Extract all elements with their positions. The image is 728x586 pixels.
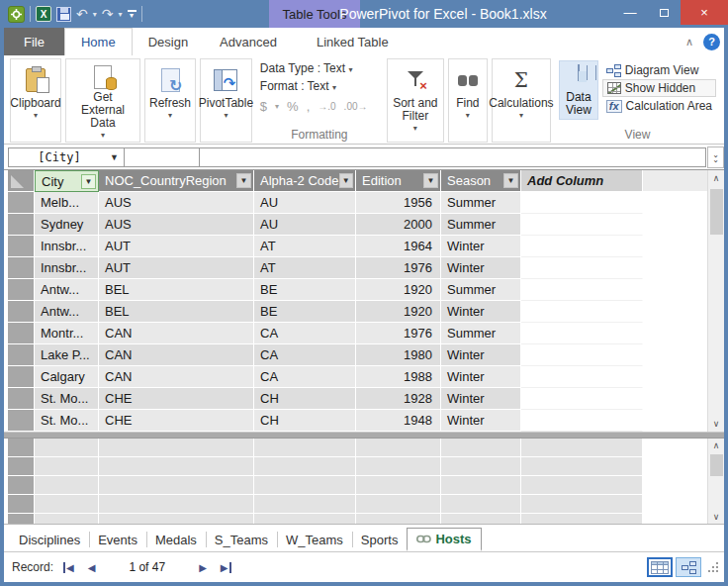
grid-cell[interactable]: 1976 <box>356 257 441 279</box>
sheet-tab-disciplines[interactable]: Disciplines <box>10 528 89 551</box>
add-column-cell[interactable] <box>521 366 643 388</box>
calc-cell[interactable] <box>521 439 643 457</box>
calc-cell[interactable] <box>35 495 99 514</box>
calc-cell[interactable] <box>99 514 254 524</box>
grid-cell[interactable]: Montr... <box>35 323 99 344</box>
add-column-cell[interactable] <box>521 279 643 301</box>
calc-cell[interactable] <box>441 476 521 495</box>
column-header-add-column[interactable]: Add Column <box>521 170 643 192</box>
clipboard-button[interactable]: Clipboard ▾ <box>10 58 61 143</box>
calc-cell[interactable] <box>356 439 441 457</box>
grid-cell[interactable]: AT <box>254 236 356 257</box>
column-header-city[interactable]: City▼ <box>35 170 99 192</box>
grid-cell[interactable]: Winter <box>441 410 521 432</box>
grid-cell[interactable]: Melb... <box>35 192 99 214</box>
calc-cell[interactable] <box>356 476 441 495</box>
customize-qat-icon[interactable]: ▾ <box>128 10 136 19</box>
grid-cell[interactable]: 2000 <box>356 214 441 236</box>
scroll-down-icon[interactable]: ∨ <box>713 416 720 432</box>
grid-cell[interactable]: CHE <box>99 388 254 410</box>
next-record-icon[interactable]: ▶ <box>199 562 207 573</box>
scroll-down-icon[interactable]: ∨ <box>713 510 720 524</box>
grid-cell[interactable]: CH <box>254 410 356 432</box>
filter-dropdown-icon[interactable]: ▼ <box>81 174 96 189</box>
ribbon-tab-file[interactable]: File <box>4 28 64 55</box>
grid-cell[interactable]: BE <box>254 279 356 301</box>
calculation-area-button[interactable]: fx Calculation Area <box>602 98 716 114</box>
calc-cell[interactable] <box>254 476 356 495</box>
grid-cell[interactable]: Innsbr... <box>35 257 99 279</box>
grid-cell[interactable]: Summer <box>441 279 521 301</box>
filter-dropdown-icon[interactable]: ▼ <box>503 173 518 188</box>
grid-cell[interactable]: Lake P... <box>35 344 99 366</box>
calc-cell[interactable] <box>356 495 441 514</box>
grid-cell[interactable]: Winter <box>441 388 521 410</box>
row-selector[interactable] <box>8 495 35 514</box>
grid-cell[interactable]: CA <box>254 344 356 366</box>
sheet-tab-w_teams[interactable]: W_Teams <box>277 528 352 551</box>
collapse-ribbon-icon[interactable]: ∧ <box>685 36 693 49</box>
help-icon[interactable]: ? <box>703 34 720 50</box>
grid-cell[interactable]: St. Mo... <box>35 410 99 432</box>
grid-cell[interactable]: CAN <box>99 366 254 388</box>
row-selector[interactable] <box>8 214 35 236</box>
row-selector[interactable] <box>8 257 35 279</box>
grid-cell[interactable]: Innsbr... <box>35 236 99 257</box>
grid-cell[interactable]: St. Mo... <box>35 388 99 410</box>
formula-input[interactable] <box>200 147 706 167</box>
calc-cell[interactable] <box>441 514 521 524</box>
calculation-area-splitter[interactable] <box>4 432 724 439</box>
undo-icon[interactable]: ↶ <box>76 7 88 21</box>
add-column-cell[interactable] <box>521 344 643 366</box>
filter-dropdown-icon[interactable]: ▼ <box>423 173 438 188</box>
add-column-cell[interactable] <box>521 388 643 410</box>
add-column-cell[interactable] <box>521 410 643 432</box>
resize-grip[interactable] <box>708 562 718 572</box>
grid-cell[interactable]: Winter <box>441 257 521 279</box>
row-selector[interactable] <box>8 344 35 366</box>
sheet-tab-sports[interactable]: Sports <box>352 528 408 551</box>
grid-cell[interactable]: AU <box>254 214 356 236</box>
sheet-tab-events[interactable]: Events <box>89 528 146 551</box>
grid-cell[interactable]: Calgary <box>35 366 99 388</box>
sheet-tab-hosts[interactable]: Hosts <box>407 528 481 551</box>
grid-cell[interactable]: AUS <box>99 214 254 236</box>
sheet-tab-medals[interactable]: Medals <box>146 528 206 551</box>
grid-view-button[interactable] <box>647 557 673 577</box>
grid-cell[interactable]: Winter <box>441 344 521 366</box>
get-external-data-button[interactable]: Get External Data ▾ <box>65 58 140 143</box>
calc-cell[interactable] <box>254 495 356 514</box>
grid-cell[interactable]: Winter <box>441 366 521 388</box>
data-view-button[interactable]: Data View <box>559 60 598 120</box>
grid-cell[interactable]: AU <box>254 192 356 214</box>
ribbon-tab-home[interactable]: Home <box>64 28 133 55</box>
calculations-button[interactable]: Σ Calculations ▾ <box>492 58 551 143</box>
scroll-up-icon[interactable]: ∧ <box>713 439 720 452</box>
ribbon-tab-advanced[interactable]: Advanced <box>204 28 293 55</box>
calc-cell[interactable] <box>99 476 254 495</box>
grid-cell[interactable]: CAN <box>99 323 254 344</box>
calc-cell[interactable] <box>356 457 441 476</box>
grid-cell[interactable]: 1980 <box>356 344 441 366</box>
grid-cell[interactable]: Summer <box>441 192 521 214</box>
calc-cell[interactable] <box>35 514 99 524</box>
row-selector[interactable] <box>8 476 35 495</box>
column-name-combobox[interactable]: [City] ▼ <box>8 147 125 167</box>
calc-cell[interactable] <box>521 514 643 524</box>
format-dropdown[interactable]: Format : Text ▾ <box>260 78 379 96</box>
grid-vertical-scrollbar[interactable]: ∧ ∨ <box>707 170 724 432</box>
filter-dropdown-icon[interactable]: ▼ <box>339 173 354 188</box>
grid-cell[interactable]: AT <box>254 257 356 279</box>
row-selector[interactable] <box>8 279 35 301</box>
redo-icon[interactable]: ↷ <box>102 7 114 21</box>
scrollbar-thumb[interactable] <box>710 454 723 476</box>
add-column-cell[interactable] <box>521 323 643 344</box>
grid-cell[interactable]: 1948 <box>356 410 441 432</box>
expand-formula-bar-button[interactable]: ⌄⌄ <box>707 146 724 168</box>
grid-cell[interactable]: 1988 <box>356 366 441 388</box>
column-header-season[interactable]: Season▼ <box>441 170 521 192</box>
sort-and-filter-button[interactable]: × Sort and Filter ▾ <box>387 58 444 143</box>
row-selector[interactable] <box>8 366 35 388</box>
add-column-cell[interactable] <box>521 214 643 236</box>
calc-vertical-scrollbar[interactable]: ∧ ∨ <box>707 439 724 524</box>
